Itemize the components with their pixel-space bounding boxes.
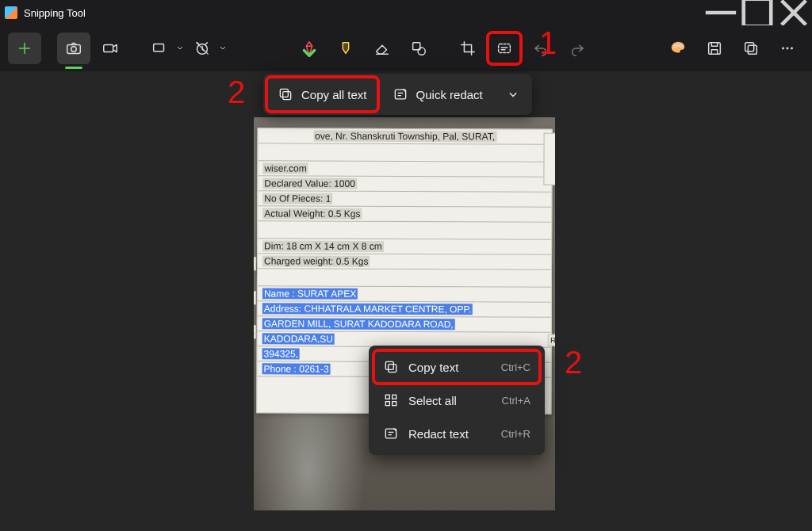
camera-mode-button[interactable]	[57, 32, 90, 64]
svg-rect-27	[385, 429, 396, 438]
eraser-button[interactable]	[366, 32, 399, 64]
svg-rect-19	[280, 89, 288, 97]
label-text: Actual Weight: 0.5 Kgs	[262, 208, 362, 219]
svg-rect-25	[385, 402, 389, 406]
snipping-tool-window: Snipping Tool	[0, 0, 812, 531]
label-text: ove, Nr. Shanskruti Township, Pal, SURAT…	[313, 131, 496, 143]
toolbar	[0, 25, 812, 71]
shortcut-label: Ctrl+R	[501, 428, 530, 440]
chevron-down-icon[interactable]	[219, 41, 225, 55]
shortcut-label: Ctrl+A	[502, 395, 530, 407]
svg-rect-12	[709, 43, 721, 55]
label-text: Charged weight: 0.5 Kgs	[262, 255, 370, 266]
label-text: wiser.com	[262, 162, 308, 174]
chevron-down-icon[interactable]	[176, 41, 182, 55]
svg-rect-26	[393, 402, 396, 406]
video-mode-button[interactable]	[94, 32, 127, 64]
svg-rect-23	[385, 395, 389, 399]
context-item-label: Copy text	[408, 361, 458, 374]
maximize-button[interactable]	[739, 0, 776, 25]
paint-edit-button[interactable]	[661, 32, 695, 64]
context-item-label: Redact text	[408, 427, 469, 441]
text-action-bar: Copy all text Quick redact	[263, 74, 532, 115]
label-fragment: ot	[254, 257, 256, 270]
window-title: Snipping Tool	[24, 7, 86, 19]
pen-button[interactable]	[293, 32, 326, 64]
delay-button[interactable]	[186, 32, 219, 64]
svg-rect-13	[748, 45, 756, 54]
svg-rect-8	[499, 44, 511, 53]
redo-button[interactable]	[561, 32, 594, 64]
svg-point-9	[674, 45, 676, 48]
quick-redact-label: Quick redact	[416, 88, 483, 101]
svg-point-16	[787, 48, 789, 50]
annotation-1: 1	[539, 25, 557, 61]
svg-rect-24	[393, 395, 396, 399]
context-menu: Copy text Ctrl+C Select all Ctrl+A Redac…	[369, 346, 545, 455]
app-icon	[5, 6, 17, 19]
annotation-2-side: 2	[565, 345, 582, 380]
copy-button[interactable]	[734, 32, 768, 64]
new-snip-button[interactable]	[8, 32, 41, 64]
quick-redact-dropdown[interactable]	[497, 77, 529, 112]
label-fragment: ms	[254, 291, 256, 304]
svg-point-15	[782, 48, 784, 50]
copy-icon	[383, 359, 399, 375]
select-all-icon	[383, 392, 399, 408]
svg-rect-4	[154, 44, 164, 52]
label-text-selected: KADODARA,SU	[262, 333, 335, 344]
more-button[interactable]	[771, 32, 804, 64]
svg-point-7	[418, 48, 425, 55]
svg-point-10	[677, 44, 680, 46]
canvas-area: ot ms ons ove, Nr. Shanskruti Township, …	[0, 71, 812, 531]
svg-point-11	[680, 45, 682, 48]
titlebar: Snipping Tool	[0, 0, 812, 25]
svg-rect-21	[389, 365, 396, 372]
label-fragment: ons	[254, 325, 256, 338]
label-text-selected: Phone : 0261-3	[262, 363, 331, 374]
text-actions-button[interactable]	[488, 32, 521, 64]
context-select-all[interactable]: Select all Ctrl+A	[373, 384, 540, 417]
label-text-selected: Address: CHHATRALA MARKET CENTRE, OPP.	[262, 303, 473, 315]
svg-rect-3	[104, 44, 113, 52]
label-text-selected: GARDEN MILL, SURAT KADODARA ROAD,	[262, 318, 455, 330]
highlighter-button[interactable]	[329, 32, 362, 64]
svg-rect-0	[744, 0, 772, 26]
label-text: No Of Pieces: 1	[262, 193, 332, 204]
label-text-selected: 394325,	[262, 348, 300, 359]
save-button[interactable]	[698, 32, 731, 64]
svg-rect-20	[395, 90, 405, 99]
close-button[interactable]	[776, 0, 812, 25]
svg-point-17	[791, 48, 793, 50]
shortcut-label: Ctrl+C	[501, 361, 530, 373]
label-text: Declared Value: 1000	[262, 178, 357, 189]
svg-rect-14	[745, 43, 754, 52]
svg-point-2	[71, 47, 76, 52]
copy-all-text-label: Copy all text	[301, 88, 367, 101]
context-redact-text[interactable]: Redact text Ctrl+R	[373, 417, 540, 450]
label-text-selected: Name : SURAT APEX	[262, 288, 358, 299]
redact-icon	[383, 426, 399, 441]
snip-shape-button[interactable]	[143, 32, 176, 64]
crop-button[interactable]	[451, 32, 485, 64]
copy-all-text-button[interactable]: Copy all text	[266, 77, 378, 112]
annotation-2-top: 2	[228, 74, 245, 110]
svg-rect-18	[283, 92, 291, 100]
minimize-button[interactable]	[703, 0, 739, 25]
quick-redact-button[interactable]: Quick redact	[381, 77, 494, 112]
label-fragment: Rec	[548, 334, 551, 346]
context-copy-text[interactable]: Copy text Ctrl+C	[373, 350, 540, 384]
context-item-label: Select all	[408, 394, 457, 407]
svg-rect-22	[385, 361, 393, 369]
shapes-button[interactable]	[402, 32, 435, 64]
label-text: Dim: 18 cm X 14 cm X 8 cm	[262, 240, 384, 252]
